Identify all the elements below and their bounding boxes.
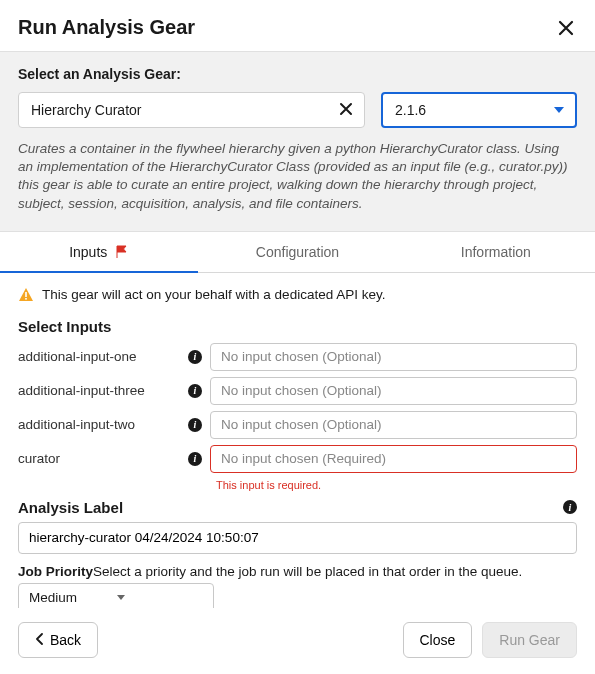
gear-name-value: Hierarchy Curator: [31, 102, 336, 118]
select-inputs-title: Select Inputs: [18, 318, 577, 335]
input-label: additional-input-one: [18, 349, 186, 364]
tab-inputs-label: Inputs: [69, 244, 107, 260]
info-icon[interactable]: i: [563, 500, 577, 514]
job-priority-help: Select a priority and the job run will b…: [93, 564, 522, 579]
version-select[interactable]: 2.1.6: [381, 92, 577, 128]
warning-icon: [18, 287, 34, 302]
input-label: additional-input-three: [18, 383, 186, 398]
info-icon[interactable]: i: [188, 350, 202, 364]
file-input-additional-one[interactable]: No input chosen (Optional): [210, 343, 577, 371]
input-label: additional-input-two: [18, 417, 186, 432]
priority-select[interactable]: Medium: [18, 583, 214, 608]
tab-configuration-label: Configuration: [256, 244, 339, 260]
gear-select-label: Select an Analysis Gear:: [18, 66, 577, 82]
gear-description: Curates a container in the flywheel hier…: [18, 140, 577, 213]
job-priority-title: Job Priority: [18, 564, 93, 579]
gear-name-input[interactable]: Hierarchy Curator: [18, 92, 365, 128]
file-input-placeholder: No input chosen (Optional): [221, 417, 382, 432]
file-input-placeholder: No input chosen (Optional): [221, 349, 382, 364]
file-input-curator[interactable]: No input chosen (Required): [210, 445, 577, 473]
analysis-label-input[interactable]: [18, 522, 577, 554]
flag-icon: [115, 245, 129, 262]
back-button[interactable]: Back: [18, 622, 98, 658]
back-button-label: Back: [50, 632, 81, 648]
version-value: 2.1.6: [395, 102, 553, 118]
info-icon[interactable]: i: [188, 384, 202, 398]
priority-value: Medium: [29, 590, 116, 605]
info-icon[interactable]: i: [188, 452, 202, 466]
tab-information-label: Information: [461, 244, 531, 260]
tab-information[interactable]: Information: [397, 232, 595, 272]
clear-icon[interactable]: [336, 99, 356, 122]
svg-rect-1: [25, 298, 27, 300]
file-input-additional-two[interactable]: No input chosen (Optional): [210, 411, 577, 439]
chevron-left-icon: [35, 632, 44, 648]
svg-rect-0: [25, 292, 27, 297]
caret-down-icon: [116, 590, 203, 605]
close-button-label: Close: [420, 632, 456, 648]
info-icon[interactable]: i: [188, 418, 202, 432]
file-input-additional-three[interactable]: No input chosen (Optional): [210, 377, 577, 405]
close-button[interactable]: Close: [403, 622, 473, 658]
caret-down-icon: [553, 105, 565, 115]
close-icon[interactable]: [555, 17, 577, 39]
input-label: curator: [18, 451, 186, 466]
modal-title: Run Analysis Gear: [18, 16, 195, 39]
notice-text: This gear will act on your behalf with a…: [42, 287, 385, 302]
analysis-label-title: Analysis Label: [18, 499, 561, 516]
error-message: This input is required.: [216, 479, 577, 491]
run-gear-button[interactable]: Run Gear: [482, 622, 577, 658]
tab-inputs[interactable]: Inputs: [0, 232, 198, 272]
file-input-placeholder: No input chosen (Optional): [221, 383, 382, 398]
file-input-placeholder: No input chosen (Required): [221, 451, 386, 466]
run-gear-button-label: Run Gear: [499, 632, 560, 648]
tab-configuration[interactable]: Configuration: [198, 232, 396, 272]
